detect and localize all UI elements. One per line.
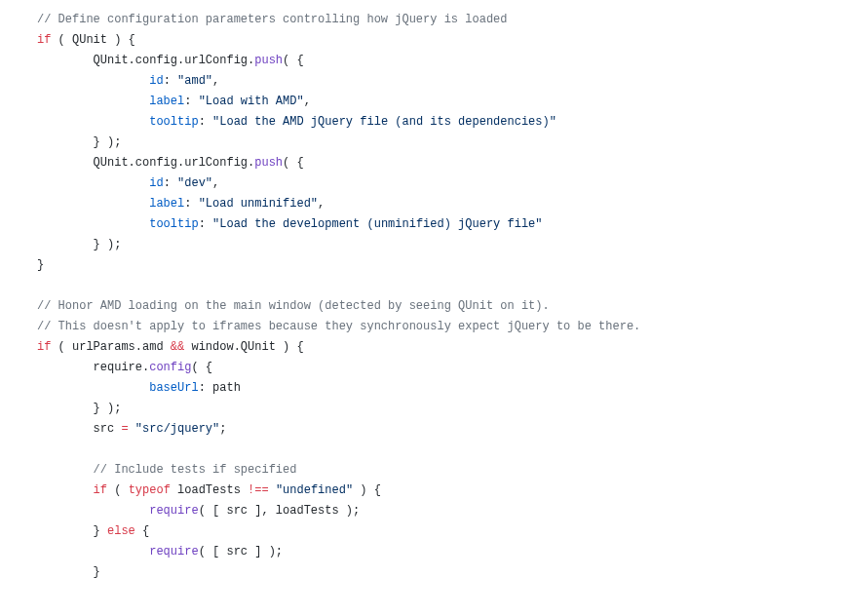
code-token-keyword: !== [248,483,269,497]
code-line: } [37,258,44,272]
code-token-plain [37,217,149,231]
code-token-func: require [149,545,198,558]
code-token-plain: ( [ src ] ); [199,545,283,558]
code-token-string: "amd" [177,74,212,88]
code-token-prop: id [149,176,163,190]
code-token-plain: } [37,565,100,579]
code-token-prop: id [149,74,163,88]
code-token-plain: : [184,95,198,108]
code-line: // This doesn't apply to iframes because… [37,320,640,333]
code-token-plain: , [318,197,325,211]
code-token-plain: window.QUnit ) { [184,340,303,354]
code-token-keyword: if [37,33,51,47]
code-token-plain [37,197,149,211]
code-token-string: "Load with AMD" [199,95,304,108]
code-token-plain: QUnit.config.urlConfig. [37,54,254,67]
code-line: label: "Load unminified", [37,197,325,211]
code-token-plain [129,422,135,436]
code-token-plain: : [184,197,198,211]
code-token-plain: ( [ src ], loadTests ); [199,504,361,518]
code-token-plain: } ); [37,238,121,251]
code-token-func: push [254,156,283,170]
code-line: id: "amd", [37,74,219,88]
code-line: QUnit.config.urlConfig.push( { [37,54,304,67]
code-line: // Define configuration parameters contr… [37,13,507,26]
code-token-plain [37,74,149,88]
code-token-plain [37,95,149,108]
code-token-plain: ) { [353,483,381,497]
code-token-plain: ; [219,422,226,436]
code-token-plain [269,483,276,497]
code-token-keyword: && [171,340,184,354]
code-token-keyword: typeof [129,483,171,497]
code-token-keyword: else [107,524,135,538]
code-line: // Honor AMD loading on the main window … [37,299,550,313]
code-token-keyword: if [94,483,107,497]
code-line: } ); [37,135,121,149]
code-line: QUnit.config.urlConfig.push( { [37,156,304,170]
code-token-plain: : path [199,381,241,395]
code-token-plain: : [164,74,177,88]
code-token-plain: } ); [37,402,121,415]
code-token-plain [37,545,149,558]
code-line: tooltip: "Load the AMD jQuery file (and … [37,115,556,129]
code-token-string: "dev" [177,176,212,190]
code-token-plain: { [135,524,149,538]
code-token-func: config [149,361,191,374]
code-token-string: "Load the development (unminified) jQuer… [212,217,542,231]
code-token-string: "Load unminified" [199,197,318,211]
code-token-plain: ( { [283,54,304,67]
code-token-plain: ( { [283,156,304,170]
code-token-plain: } [37,258,44,272]
code-line: // Include tests if specified [37,463,296,477]
code-token-plain: ( { [191,361,212,374]
code-token-plain: src [37,422,121,436]
code-token-keyword: = [121,422,128,436]
code-token-plain [37,381,149,395]
code-line: if ( QUnit ) { [37,33,135,47]
code-token-comment: // Honor AMD loading on the main window … [37,299,550,313]
code-token-prop: label [149,197,184,211]
code-token-plain: : [199,217,212,231]
code-token-plain: : [199,115,212,129]
code-line: id: "dev", [37,176,219,190]
code-line: if ( typeof loadTests !== "undefined" ) … [37,483,381,497]
code-token-func: push [254,54,283,67]
code-block: // Define configuration parameters contr… [0,0,843,583]
code-token-prop: tooltip [149,217,198,231]
code-token-comment: // Include tests if specified [94,463,297,477]
code-token-keyword: if [37,340,51,354]
code-token-plain: QUnit.config.urlConfig. [37,156,254,170]
code-token-plain: } [37,524,107,538]
code-token-string: "undefined" [276,483,353,497]
code-line: } [37,565,100,579]
code-token-plain: : [164,176,177,190]
code-line: } ); [37,238,121,251]
code-token-plain: ( QUnit ) { [51,33,134,47]
code-token-comment: // Define configuration parameters contr… [37,13,507,26]
code-token-plain: , [304,95,311,108]
code-token-prop: label [149,95,184,108]
code-token-string: "Load the AMD jQuery file (and its depen… [212,115,556,129]
code-token-prop: baseUrl [149,381,198,395]
code-token-string: "src/jquery" [135,422,219,436]
code-line: label: "Load with AMD", [37,95,311,108]
code-token-plain [37,115,149,129]
code-line: require.config( { [37,361,212,374]
code-line: } else { [37,524,149,538]
code-token-plain [37,463,94,477]
code-token-plain: , [212,74,219,88]
code-token-plain [37,483,94,497]
code-token-plain: } ); [37,135,121,149]
code-token-plain: ( urlParams.amd [51,340,170,354]
code-line: require( [ src ], loadTests ); [37,504,360,518]
code-token-func: require [149,504,198,518]
code-token-plain: , [212,176,219,190]
code-token-plain: loadTests [171,483,248,497]
code-token-plain: require. [37,361,149,374]
code-token-plain [37,176,149,190]
code-line: require( [ src ] ); [37,545,283,558]
code-token-plain [37,504,149,518]
code-line: } ); [37,402,121,415]
code-token-plain: ( [107,483,129,497]
